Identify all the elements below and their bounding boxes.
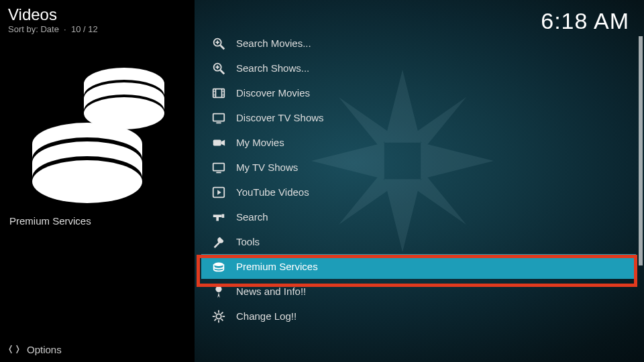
menu-item-label: Search bbox=[236, 211, 268, 223]
menu-item-label: News and Info!! bbox=[236, 286, 306, 297]
menu-item-label: Discover TV Shows bbox=[236, 112, 324, 123]
menu-item[interactable]: Search Shows... bbox=[201, 56, 636, 80]
menu-item[interactable]: Discover Movies bbox=[201, 80, 636, 105]
menu-item[interactable]: Tools bbox=[201, 229, 636, 254]
menu-item[interactable]: Premium Services bbox=[201, 254, 636, 279]
menu-item[interactable]: Search bbox=[201, 204, 636, 229]
coins-icon bbox=[211, 259, 227, 275]
search-zoom-icon bbox=[211, 36, 227, 52]
tv-icon bbox=[211, 110, 227, 126]
menu-item-label: Search Movies... bbox=[236, 38, 311, 49]
options-button[interactable]: Options bbox=[0, 337, 195, 362]
scrollbar-track[interactable] bbox=[639, 36, 643, 265]
menu-item[interactable]: My Movies bbox=[201, 130, 636, 155]
film-icon bbox=[211, 85, 227, 101]
gear-icon bbox=[211, 308, 227, 324]
menu-item-label: Discover Movies bbox=[236, 87, 310, 99]
svg-point-13 bbox=[32, 160, 142, 203]
menu-item[interactable]: Change Log!! bbox=[201, 304, 636, 328]
search-zoom-icon bbox=[211, 60, 227, 76]
menu-item-label: Change Log!! bbox=[236, 310, 297, 322]
options-label: Options bbox=[27, 344, 62, 355]
sort-prefix: Sort by: bbox=[8, 24, 40, 34]
camera-icon bbox=[211, 135, 227, 151]
page-title: Videos bbox=[8, 5, 186, 24]
menu-item[interactable]: My TV Shows bbox=[201, 155, 636, 180]
pin-icon bbox=[211, 284, 227, 300]
menu-item[interactable]: Discover TV Shows bbox=[201, 105, 636, 130]
menu-item-label: YouTube Videos bbox=[236, 186, 309, 198]
menu-item[interactable]: News and Info!! bbox=[201, 279, 636, 304]
options-icon bbox=[8, 343, 20, 355]
menu-item-label: Tools bbox=[236, 236, 260, 247]
menu-item[interactable]: YouTube Videos bbox=[201, 180, 636, 204]
scrollbar-thumb[interactable] bbox=[639, 36, 643, 265]
tools-icon bbox=[211, 234, 227, 250]
current-item-label: Premium Services bbox=[0, 207, 195, 227]
menu-item-label: Search Shows... bbox=[236, 62, 309, 74]
sidebar-header: Videos Sort by: Date · 10 / 12 bbox=[0, 0, 195, 37]
blaster-icon bbox=[211, 209, 227, 225]
sidebar: Videos Sort by: Date · 10 / 12 bbox=[0, 0, 195, 362]
sort-info: Sort by: Date · 10 / 12 bbox=[8, 24, 186, 34]
menu-item-label: Premium Services bbox=[236, 261, 318, 272]
sort-value: Date bbox=[40, 24, 58, 34]
menu-item-label: My Movies bbox=[236, 137, 284, 148]
item-counter: 10 / 12 bbox=[71, 24, 98, 34]
tv-icon bbox=[211, 160, 227, 176]
play-box-icon bbox=[211, 184, 227, 200]
addon-logo bbox=[0, 44, 195, 207]
menu-item-label: My TV Shows bbox=[236, 162, 298, 173]
menu-item[interactable]: Search Movies... bbox=[201, 31, 636, 56]
menu-list: Search Movies...Search Shows...Discover … bbox=[201, 31, 636, 328]
